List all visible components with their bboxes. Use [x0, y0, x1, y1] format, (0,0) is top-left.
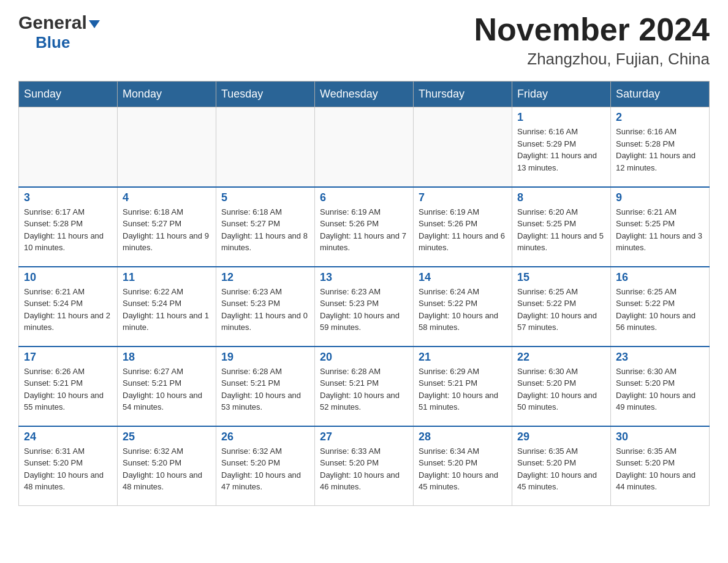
day-number: 22 [517, 351, 605, 364]
calendar-cell: 5Sunrise: 6:18 AM Sunset: 5:27 PM Daylig… [216, 187, 315, 267]
day-info: Sunrise: 6:23 AM Sunset: 5:23 PM Dayligh… [221, 286, 309, 334]
day-header-sunday: Sunday [19, 82, 118, 107]
calendar-cell: 29Sunrise: 6:35 AM Sunset: 5:20 PM Dayli… [512, 426, 611, 506]
calendar-cell: 23Sunrise: 6:30 AM Sunset: 5:20 PM Dayli… [611, 347, 710, 426]
day-info: Sunrise: 6:29 AM Sunset: 5:21 PM Dayligh… [419, 366, 507, 413]
day-info: Sunrise: 6:17 AM Sunset: 5:28 PM Dayligh… [24, 206, 112, 254]
calendar-cell: 18Sunrise: 6:27 AM Sunset: 5:21 PM Dayli… [118, 347, 216, 426]
calendar-week-row: 10Sunrise: 6:21 AM Sunset: 5:24 PM Dayli… [19, 267, 710, 347]
day-number: 4 [123, 191, 211, 204]
day-number: 7 [419, 191, 507, 204]
calendar-cell: 9Sunrise: 6:21 AM Sunset: 5:25 PM Daylig… [611, 187, 710, 267]
calendar-cell: 25Sunrise: 6:32 AM Sunset: 5:20 PM Dayli… [118, 426, 216, 506]
calendar-cell: 28Sunrise: 6:34 AM Sunset: 5:20 PM Dayli… [414, 426, 512, 506]
calendar-header-row: SundayMondayTuesdayWednesdayThursdayFrid… [19, 82, 710, 107]
day-number: 17 [24, 351, 112, 364]
calendar-cell: 4Sunrise: 6:18 AM Sunset: 5:27 PM Daylig… [118, 187, 216, 267]
calendar-cell: 11Sunrise: 6:22 AM Sunset: 5:24 PM Dayli… [118, 267, 216, 347]
day-info: Sunrise: 6:30 AM Sunset: 5:20 PM Dayligh… [517, 366, 605, 413]
day-header-tuesday: Tuesday [216, 82, 315, 107]
day-number: 8 [517, 191, 605, 204]
calendar-cell [19, 107, 118, 187]
day-info: Sunrise: 6:33 AM Sunset: 5:20 PM Dayligh… [320, 445, 408, 493]
day-number: 3 [24, 191, 112, 204]
day-info: Sunrise: 6:22 AM Sunset: 5:24 PM Dayligh… [123, 286, 211, 334]
day-number: 16 [616, 271, 704, 284]
day-number: 26 [221, 431, 309, 443]
day-info: Sunrise: 6:31 AM Sunset: 5:20 PM Dayligh… [24, 445, 112, 493]
calendar-cell [414, 107, 512, 187]
day-number: 19 [221, 351, 309, 364]
day-number: 27 [320, 431, 408, 443]
day-info: Sunrise: 6:23 AM Sunset: 5:23 PM Dayligh… [320, 286, 408, 334]
calendar-cell: 3Sunrise: 6:17 AM Sunset: 5:28 PM Daylig… [19, 187, 118, 267]
calendar-cell [118, 107, 216, 187]
day-info: Sunrise: 6:32 AM Sunset: 5:20 PM Dayligh… [123, 445, 211, 493]
calendar-cell: 26Sunrise: 6:32 AM Sunset: 5:20 PM Dayli… [216, 426, 315, 506]
day-info: Sunrise: 6:32 AM Sunset: 5:20 PM Dayligh… [221, 445, 309, 493]
day-info: Sunrise: 6:28 AM Sunset: 5:21 PM Dayligh… [320, 366, 408, 413]
day-number: 14 [419, 271, 507, 284]
day-header-thursday: Thursday [414, 82, 512, 107]
calendar-cell: 6Sunrise: 6:19 AM Sunset: 5:26 PM Daylig… [315, 187, 414, 267]
calendar-week-row: 24Sunrise: 6:31 AM Sunset: 5:20 PM Dayli… [19, 426, 710, 506]
day-number: 30 [616, 431, 704, 443]
calendar-table: SundayMondayTuesdayWednesdayThursdayFrid… [18, 81, 710, 506]
calendar-week-row: 1Sunrise: 6:16 AM Sunset: 5:29 PM Daylig… [19, 107, 710, 187]
calendar-cell: 14Sunrise: 6:24 AM Sunset: 5:22 PM Dayli… [414, 267, 512, 347]
calendar-cell: 12Sunrise: 6:23 AM Sunset: 5:23 PM Dayli… [216, 267, 315, 347]
logo-text: General [18, 12, 100, 33]
calendar-cell: 22Sunrise: 6:30 AM Sunset: 5:20 PM Dayli… [512, 347, 611, 426]
day-info: Sunrise: 6:16 AM Sunset: 5:28 PM Dayligh… [616, 126, 704, 174]
day-info: Sunrise: 6:21 AM Sunset: 5:24 PM Dayligh… [24, 286, 112, 334]
calendar-cell [216, 107, 315, 187]
day-info: Sunrise: 6:16 AM Sunset: 5:29 PM Dayligh… [517, 126, 605, 174]
day-number: 29 [517, 431, 605, 443]
day-number: 25 [123, 431, 211, 443]
calendar-cell: 7Sunrise: 6:19 AM Sunset: 5:26 PM Daylig… [414, 187, 512, 267]
day-header-wednesday: Wednesday [315, 82, 414, 107]
day-info: Sunrise: 6:30 AM Sunset: 5:20 PM Dayligh… [616, 366, 704, 413]
location: Zhangzhou, Fujian, China [474, 50, 710, 69]
day-info: Sunrise: 6:34 AM Sunset: 5:20 PM Dayligh… [419, 445, 507, 493]
day-number: 11 [123, 271, 211, 284]
day-info: Sunrise: 6:26 AM Sunset: 5:21 PM Dayligh… [24, 366, 112, 413]
calendar-cell: 10Sunrise: 6:21 AM Sunset: 5:24 PM Dayli… [19, 267, 118, 347]
logo-general: General [18, 12, 100, 33]
calendar-week-row: 3Sunrise: 6:17 AM Sunset: 5:28 PM Daylig… [19, 187, 710, 267]
calendar-cell: 24Sunrise: 6:31 AM Sunset: 5:20 PM Dayli… [19, 426, 118, 506]
calendar-cell: 15Sunrise: 6:25 AM Sunset: 5:22 PM Dayli… [512, 267, 611, 347]
day-info: Sunrise: 6:27 AM Sunset: 5:21 PM Dayligh… [123, 366, 211, 413]
day-number: 9 [616, 191, 704, 204]
day-info: Sunrise: 6:18 AM Sunset: 5:27 PM Dayligh… [221, 206, 309, 254]
page-header: General Blue November 2024 Zhangzhou, Fu… [18, 12, 710, 69]
day-info: Sunrise: 6:20 AM Sunset: 5:25 PM Dayligh… [517, 206, 605, 254]
day-header-monday: Monday [118, 82, 216, 107]
day-info: Sunrise: 6:21 AM Sunset: 5:25 PM Dayligh… [616, 206, 704, 254]
calendar-cell: 13Sunrise: 6:23 AM Sunset: 5:23 PM Dayli… [315, 267, 414, 347]
day-info: Sunrise: 6:25 AM Sunset: 5:22 PM Dayligh… [616, 286, 704, 334]
day-number: 10 [24, 271, 112, 284]
logo-blue-text: Blue [18, 33, 70, 52]
day-number: 28 [419, 431, 507, 443]
day-info: Sunrise: 6:18 AM Sunset: 5:27 PM Dayligh… [123, 206, 211, 254]
month-title: November 2024 [474, 12, 710, 47]
calendar-cell [315, 107, 414, 187]
day-number: 1 [517, 111, 605, 124]
calendar-cell: 21Sunrise: 6:29 AM Sunset: 5:21 PM Dayli… [414, 347, 512, 426]
calendar-cell: 2Sunrise: 6:16 AM Sunset: 5:28 PM Daylig… [611, 107, 710, 187]
logo: General Blue [18, 12, 100, 52]
day-number: 20 [320, 351, 408, 364]
day-info: Sunrise: 6:24 AM Sunset: 5:22 PM Dayligh… [419, 286, 507, 334]
title-section: November 2024 Zhangzhou, Fujian, China [474, 12, 710, 69]
day-info: Sunrise: 6:25 AM Sunset: 5:22 PM Dayligh… [517, 286, 605, 334]
day-number: 13 [320, 271, 408, 284]
day-number: 18 [123, 351, 211, 364]
day-number: 2 [616, 111, 704, 124]
day-info: Sunrise: 6:35 AM Sunset: 5:20 PM Dayligh… [616, 445, 704, 493]
calendar-week-row: 17Sunrise: 6:26 AM Sunset: 5:21 PM Dayli… [19, 347, 710, 426]
day-header-saturday: Saturday [611, 82, 710, 107]
day-number: 24 [24, 431, 112, 443]
calendar-cell: 17Sunrise: 6:26 AM Sunset: 5:21 PM Dayli… [19, 347, 118, 426]
calendar-cell: 8Sunrise: 6:20 AM Sunset: 5:25 PM Daylig… [512, 187, 611, 267]
